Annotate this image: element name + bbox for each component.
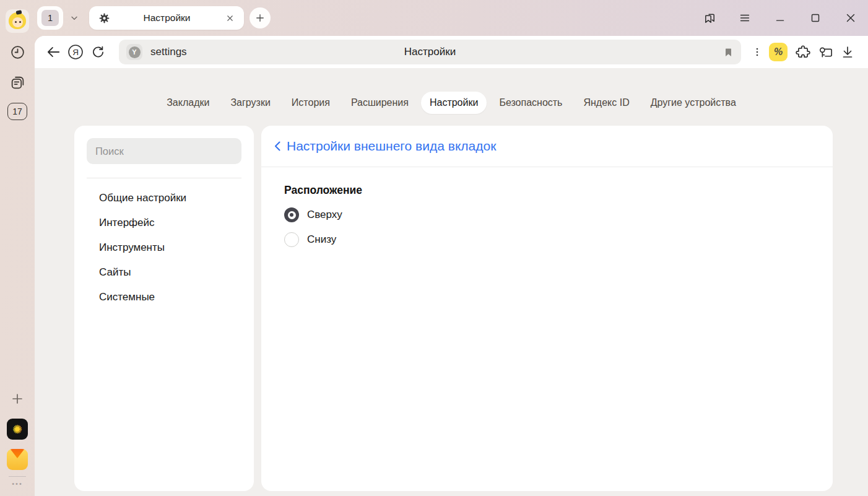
plus-icon [254, 12, 266, 24]
nav-tab-settings[interactable]: Настройки [421, 92, 487, 114]
new-tab-button[interactable] [250, 7, 271, 28]
rail-bottom-group: ✺ ••• [6, 388, 28, 487]
back-button[interactable] [42, 41, 64, 63]
section-body: Расположение Сверху Снизу [261, 167, 833, 264]
radio-label: Сверху [307, 209, 342, 221]
settings-nav-tabs: Закладки Загрузки История Расширения Нас… [35, 91, 868, 115]
back-header[interactable]: Настройки внешнего вида вкладок [261, 126, 833, 167]
extensions-button[interactable] [792, 41, 814, 63]
section-header-title: Настройки внешнего вида вкладок [287, 139, 496, 154]
feed-icon [10, 75, 25, 90]
close-window-button[interactable] [843, 10, 859, 26]
menu-item-tools[interactable]: Инструменты [87, 235, 241, 260]
menu-item-system[interactable]: Системные [87, 285, 241, 310]
avatar-bow [16, 10, 22, 14]
minimize-icon [773, 11, 787, 25]
chevron-down-icon [69, 13, 79, 23]
browser-menu-button[interactable] [737, 10, 753, 26]
reload-button[interactable] [87, 41, 109, 63]
hamburger-icon [738, 11, 752, 25]
sidebar-divider [87, 178, 241, 178]
settings-sidebar-card: Общие настройки Интерфейс Инструменты Са… [74, 126, 254, 491]
tab-group-button[interactable]: 1 [37, 6, 63, 30]
radio-option-top[interactable]: Сверху [284, 207, 810, 222]
tabs-counter-button[interactable]: 17 [7, 103, 27, 120]
menu-item-interface[interactable]: Интерфейс [87, 211, 241, 235]
page-title: Настройки [404, 46, 456, 58]
yandex-app-shortcut[interactable]: ✺ [7, 419, 28, 440]
browser-window: 17 ✺ ••• 1 [0, 0, 868, 496]
nav-tab-extensions[interactable]: Расширения [342, 92, 417, 114]
key-folder-icon [817, 44, 834, 61]
svg-text:Я: Я [72, 48, 79, 57]
menu-item-general[interactable]: Общие настройки [87, 186, 241, 211]
bookmark-button[interactable] [723, 47, 734, 58]
menu-item-sites[interactable]: Сайты [87, 260, 241, 285]
radio-selected-icon[interactable] [284, 207, 299, 222]
maximize-button[interactable] [807, 10, 823, 26]
active-tab-title: Настройки [110, 12, 224, 24]
tab-close-button[interactable] [224, 12, 236, 24]
radio-label: Снизу [307, 233, 336, 246]
protect-glyph: Y [129, 46, 141, 58]
maximize-icon [809, 11, 822, 25]
yandex-logo-icon: Я [67, 43, 84, 61]
rail-add-button[interactable] [6, 388, 28, 410]
active-tab[interactable]: Настройки [89, 6, 244, 30]
clock-icon [10, 45, 25, 60]
nav-tab-history[interactable]: История [283, 92, 339, 114]
main-column: 1 [35, 0, 868, 496]
nav-tab-downloads[interactable]: Загрузки [222, 92, 279, 114]
avatar-eye [19, 21, 21, 23]
rail-divider [9, 476, 26, 477]
radio-unselected-icon[interactable] [284, 232, 299, 247]
ellipsis-icon: ••• [12, 480, 23, 487]
settings-menu: Общие настройки Интерфейс Инструменты Са… [87, 186, 241, 310]
reload-icon [90, 45, 106, 60]
tab-group-expand-button[interactable] [63, 6, 85, 30]
page: Я Y settings [35, 36, 868, 496]
protect-badge-icon[interactable]: Y [126, 44, 142, 60]
content-area: Закладки Загрузки История Расширения Нас… [35, 68, 868, 496]
chevron-left-icon [274, 141, 281, 152]
nav-tab-security[interactable]: Безопасность [490, 92, 571, 114]
left-rail: 17 ✺ ••• [0, 0, 35, 496]
profile-avatar[interactable] [6, 9, 29, 33]
close-icon [844, 11, 857, 25]
panels-button[interactable] [701, 10, 718, 26]
url-bar[interactable]: Y settings Настройки [119, 40, 741, 64]
nav-tab-other-devices[interactable]: Другие устройства [642, 92, 745, 114]
history-button[interactable] [6, 41, 28, 63]
downloads-button[interactable] [836, 41, 859, 63]
plus-icon [10, 391, 25, 406]
toolbar-more-button[interactable] [750, 41, 765, 63]
nav-tab-bookmarks[interactable]: Закладки [158, 92, 218, 114]
bookmark-icon [723, 47, 734, 58]
close-icon [225, 14, 235, 23]
mail-app-shortcut[interactable] [7, 449, 28, 470]
download-icon [840, 45, 855, 59]
tabs-counter-value: 17 [12, 107, 22, 116]
feed-button[interactable] [6, 71, 28, 94]
window-controls [701, 10, 868, 26]
subsection-title: Расположение [284, 184, 810, 197]
minimize-button[interactable] [772, 10, 788, 26]
puzzle-icon [795, 44, 811, 60]
passwords-button[interactable] [814, 41, 836, 63]
starburst-icon: ✺ [12, 422, 22, 437]
avatar-eye [15, 21, 17, 23]
back-arrow-icon [45, 44, 61, 60]
gear-icon [98, 12, 110, 24]
url-text: settings [150, 46, 187, 58]
yandex-home-button[interactable]: Я [64, 41, 87, 63]
rail-more-button[interactable]: ••• [12, 480, 23, 487]
tab-strip: 1 [35, 0, 868, 36]
settings-search-input[interactable] [87, 138, 241, 164]
promo-percent-button[interactable]: % [769, 43, 788, 61]
radio-option-bottom[interactable]: Снизу [284, 232, 810, 247]
nav-tab-yandex-id[interactable]: Яндекс ID [575, 92, 638, 114]
tab-group-count-badge: 1 [41, 10, 59, 26]
main-settings-card: Настройки внешнего вида вкладок Располож… [261, 126, 833, 491]
cards-row: Общие настройки Интерфейс Инструменты Са… [74, 126, 833, 491]
toolbar: Я Y settings [35, 36, 868, 68]
